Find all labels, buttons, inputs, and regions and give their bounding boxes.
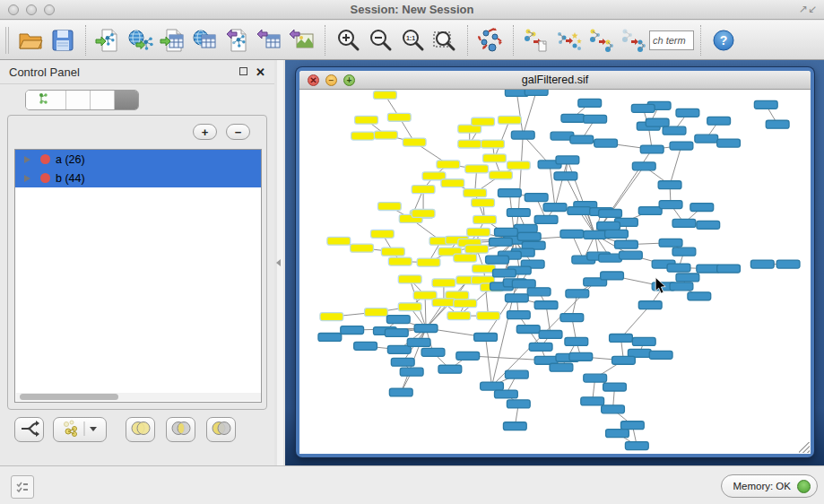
extract-sets-button[interactable] (14, 417, 44, 442)
network-frame-titlebar[interactable]: ✕ − + galFiltered.sif (299, 71, 811, 90)
graph-node-yellow[interactable] (473, 215, 497, 223)
tab-style[interactable] (66, 91, 91, 109)
graph-node-yellow[interactable] (498, 116, 521, 124)
collapse-panel-icon[interactable] (276, 259, 281, 266)
difference-sets-button[interactable] (206, 417, 236, 442)
resize-grip[interactable] (799, 442, 810, 453)
tab-sets[interactable] (115, 91, 138, 109)
graph-node-yellow[interactable] (472, 117, 495, 126)
graph-node-blue[interactable] (676, 274, 699, 282)
graph-node-blue[interactable] (560, 230, 584, 238)
scrollbar-thumb[interactable] (20, 394, 118, 400)
graph-node-yellow[interactable] (327, 237, 351, 245)
graph-node-blue[interactable] (543, 204, 567, 212)
graph-node-blue[interactable] (603, 383, 627, 391)
graph-node-blue[interactable] (570, 135, 594, 143)
import-table-web-button[interactable] (189, 24, 221, 56)
graph-node-blue[interactable] (505, 294, 528, 302)
graph-node-yellow[interactable] (381, 248, 404, 256)
graph-node-blue[interactable] (610, 334, 633, 342)
graph-node-blue[interactable] (599, 210, 622, 218)
graph-node-blue[interactable] (690, 204, 714, 212)
graph-node-blue[interactable] (565, 337, 588, 345)
graph-node-yellow[interactable] (483, 154, 507, 162)
graph-node-yellow[interactable] (371, 230, 395, 238)
graph-node-blue[interactable] (525, 90, 548, 95)
network-frame[interactable]: ✕ − + galFiltered.sif (296, 67, 814, 457)
graph-node-yellow[interactable] (387, 113, 411, 121)
graph-node-blue[interactable] (391, 358, 414, 366)
graph-node-blue[interactable] (594, 139, 618, 147)
graph-node-blue[interactable] (421, 348, 445, 356)
graph-node-blue[interactable] (525, 194, 548, 202)
graph-node-yellow[interactable] (417, 258, 440, 266)
graph-node-blue[interactable] (550, 363, 573, 371)
graph-node-blue[interactable] (670, 282, 693, 291)
graph-node-yellow[interactable] (412, 186, 435, 194)
graph-node-blue[interactable] (507, 311, 530, 319)
graph-node-blue[interactable] (512, 280, 535, 288)
graph-node-blue[interactable] (554, 172, 577, 180)
graph-node-yellow[interactable] (403, 138, 426, 146)
graph-node-yellow[interactable] (351, 132, 375, 140)
memory-button[interactable]: Memory: OK (721, 474, 818, 498)
set-list-item[interactable]: b (44) (15, 169, 261, 187)
network-canvas[interactable] (299, 90, 811, 454)
graph-node-blue[interactable] (646, 118, 669, 126)
graph-node-blue[interactable] (481, 382, 504, 390)
graph-node-blue[interactable] (632, 162, 655, 170)
graph-node-blue[interactable] (584, 115, 607, 123)
graph-node-yellow[interactable] (320, 313, 343, 321)
new-network-selected-edges-button[interactable] (617, 24, 649, 56)
graph-node-blue[interactable] (672, 248, 696, 256)
graph-node-blue[interactable] (659, 239, 682, 247)
graph-node-blue[interactable] (507, 209, 530, 217)
graph-node-blue[interactable] (534, 215, 558, 223)
graph-node-blue[interactable] (568, 207, 591, 215)
graph-node-blue[interactable] (670, 142, 693, 150)
graph-node-blue[interactable] (640, 145, 664, 153)
network-graph[interactable] (299, 90, 811, 454)
graph-node-blue[interactable] (599, 254, 622, 262)
graph-node-blue[interactable] (717, 139, 741, 147)
new-network-from-selection-file-button[interactable] (520, 24, 552, 56)
graph-node-blue[interactable] (318, 333, 342, 341)
graph-node-blue[interactable] (631, 104, 655, 112)
graph-node-blue[interactable] (493, 269, 516, 277)
zoom-fit-button[interactable] (429, 24, 461, 56)
export-network-button[interactable] (221, 24, 254, 56)
graph-node-blue[interactable] (605, 230, 629, 238)
intersect-sets-button[interactable] (166, 417, 195, 442)
graph-node-blue[interactable] (569, 352, 593, 361)
graph-node-blue[interactable] (511, 131, 534, 139)
import-network-web-button[interactable] (125, 24, 157, 56)
graph-node-yellow[interactable] (447, 312, 471, 320)
graph-node-blue[interactable] (503, 422, 526, 430)
graph-node-blue[interactable] (560, 314, 584, 322)
graph-node-blue[interactable] (386, 316, 410, 324)
graph-node-blue[interactable] (659, 201, 682, 209)
graph-node-blue[interactable] (566, 290, 589, 298)
graph-node-blue[interactable] (620, 421, 644, 430)
sets-list[interactable]: a (26) b (44) (14, 149, 262, 403)
graph-node-yellow[interactable] (398, 303, 421, 311)
layout-sets-dropdown-button[interactable] (53, 417, 107, 442)
graph-node-yellow[interactable] (388, 257, 412, 265)
graph-node-blue[interactable] (341, 326, 364, 335)
graph-node-yellow[interactable] (458, 140, 481, 148)
union-sets-button[interactable] (126, 417, 155, 442)
graph-node-blue[interactable] (597, 222, 620, 230)
new-network-selected-all-edges-button[interactable] (585, 24, 617, 56)
graph-node-yellow[interactable] (351, 244, 374, 252)
graph-node-blue[interactable] (385, 329, 408, 337)
select-first-neighbors-button[interactable] (552, 24, 585, 56)
graph-node-blue[interactable] (539, 331, 562, 339)
graph-node-blue[interactable] (400, 368, 423, 376)
graph-node-blue[interactable] (638, 301, 662, 309)
graph-node-blue[interactable] (517, 232, 541, 240)
graph-node-yellow[interactable] (432, 279, 455, 287)
graph-node-blue[interactable] (612, 356, 636, 364)
graph-node-blue[interactable] (638, 207, 662, 215)
graph-node-blue[interactable] (584, 374, 607, 382)
graph-node-yellow[interactable] (412, 210, 435, 218)
